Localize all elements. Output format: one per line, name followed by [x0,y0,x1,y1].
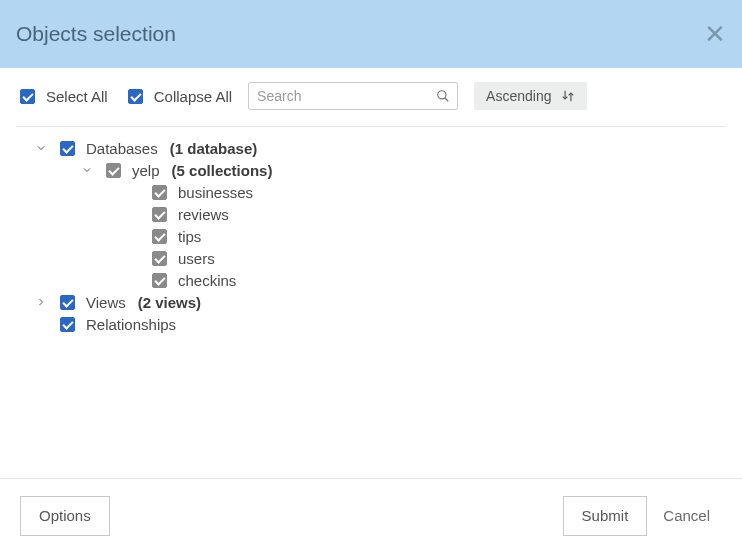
tree-label: Views [86,294,126,311]
sort-label: Ascending [486,88,551,104]
submit-button[interactable]: Submit [563,496,648,536]
tree-label: Relationships [86,316,176,333]
tree-node-relationships[interactable]: Relationships [16,313,726,335]
checkbox-databases[interactable] [60,141,75,156]
checkbox-relationships[interactable] [60,317,75,332]
tree-label: reviews [178,206,229,223]
sort-button[interactable]: Ascending [474,82,587,110]
svg-point-0 [438,91,446,99]
search-wrap [248,82,458,110]
checkbox-yelp[interactable] [106,163,121,178]
select-all-label: Select All [46,88,108,105]
checkbox-checkins[interactable] [152,273,167,288]
cancel-button[interactable]: Cancel [651,496,722,536]
sort-icon [561,89,575,103]
tree-label: checkins [178,272,236,289]
dialog-title: Objects selection [16,22,176,46]
checkbox-businesses[interactable] [152,185,167,200]
search-input[interactable] [248,82,458,110]
tree-label: yelp [132,162,160,179]
tree-label: tips [178,228,201,245]
search-icon [436,89,450,103]
collapse-all-input[interactable] [128,89,143,104]
tree-label: Databases [86,140,158,157]
dialog-header: Objects selection ✕ [0,0,742,68]
checkbox-reviews[interactable] [152,207,167,222]
svg-line-1 [445,98,449,102]
tree-node-reviews[interactable]: reviews [16,203,726,225]
checkbox-users[interactable] [152,251,167,266]
tree-count: (1 database) [170,140,258,157]
tree-node-databases[interactable]: Databases (1 database) [16,137,726,159]
options-button[interactable]: Options [20,496,110,536]
tree-node-users[interactable]: users [16,247,726,269]
select-all-input[interactable] [20,89,35,104]
chevron-right-icon[interactable] [34,295,48,309]
chevron-down-icon[interactable] [34,141,48,155]
tree-node-views[interactable]: Views (2 views) [16,291,726,313]
close-icon[interactable]: ✕ [704,21,726,47]
footer: Options Submit Cancel [0,478,742,552]
checkbox-views[interactable] [60,295,75,310]
tree-node-yelp[interactable]: yelp (5 collections) [16,159,726,181]
tree-node-tips[interactable]: tips [16,225,726,247]
checkbox-tips[interactable] [152,229,167,244]
collapse-all-label: Collapse All [154,88,232,105]
toolbar: Select All Collapse All Ascending [0,68,742,126]
collapse-all-checkbox[interactable]: Collapse All [124,86,232,107]
chevron-down-icon[interactable] [80,163,94,177]
tree-node-businesses[interactable]: businesses [16,181,726,203]
tree-count: (2 views) [138,294,201,311]
tree-label: users [178,250,215,267]
tree-label: businesses [178,184,253,201]
tree-count: (5 collections) [172,162,273,179]
select-all-checkbox[interactable]: Select All [16,86,108,107]
object-tree: Databases (1 database) yelp (5 collectio… [0,127,742,335]
tree-node-checkins[interactable]: checkins [16,269,726,291]
